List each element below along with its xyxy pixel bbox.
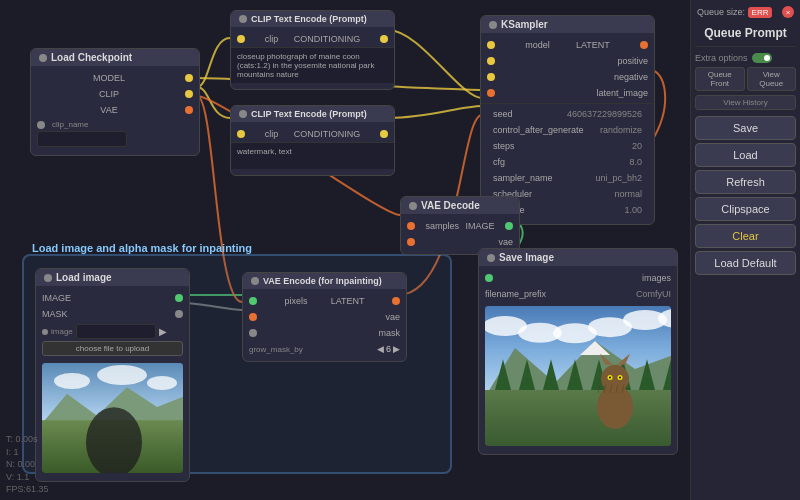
load-image-header: Load image (36, 269, 189, 286)
checkpoint-input[interactable]: sd_xl_refiner_1.0.safetensors (37, 131, 127, 147)
clip-text-2-body: clip CONDITIONING watermark, text (231, 122, 394, 175)
load-image-node: Load image IMAGE MASK image yosemite_inp… (35, 268, 190, 482)
vae-encode-inpaint-body: pixels LATENT vae mask grow_mask_by ◀ 6 … (243, 289, 406, 361)
clip-text-2-textarea[interactable]: watermark, text (231, 142, 394, 169)
refresh-button[interactable]: Refresh (695, 170, 796, 194)
load-image-body: IMAGE MASK image yosemite_inpaint_exampl… (36, 286, 189, 481)
node-dot-2 (239, 110, 247, 118)
vae-decode-header: VAE Decode (401, 197, 519, 214)
clip-text-1-body: clip CONDITIONING closeup photograph of … (231, 27, 394, 89)
load-image-input[interactable]: yosemite_inpaint_example.png (76, 324, 156, 339)
save-image-node: Save Image images filename_prefix ComfyU… (478, 248, 678, 455)
cond-2-out-port (380, 130, 388, 138)
ks-latent-row: latent_image (481, 85, 654, 101)
queue-size-label: Queue size: ERR (697, 7, 772, 17)
clip-text-1-textarea[interactable]: closeup photograph of maine coon (cats:1… (231, 47, 394, 83)
extra-options-toggle[interactable] (752, 53, 772, 63)
clip-1-in-port (237, 35, 245, 43)
load-default-button[interactable]: Load Default (695, 251, 796, 275)
clipname-port (37, 121, 45, 129)
save-image-header: Save Image (479, 249, 677, 266)
panel-header: Queue size: ERR × (695, 4, 796, 22)
node-row-clip: CLIP (31, 86, 199, 102)
ksampler-node: KSampler model LATENT positive negative … (480, 15, 655, 225)
view-queue-btn[interactable]: View Queue (747, 67, 797, 91)
load-checkpoint-body: MODEL CLIP VAE clip_name sd_xl_refiner_1… (31, 66, 199, 155)
ks-model-row: model LATENT (481, 37, 654, 53)
save-button[interactable]: Save (695, 116, 796, 140)
load-checkpoint-header: Load Checkpoint (31, 49, 199, 66)
clip-2-clip-row: clip CONDITIONING (231, 126, 394, 142)
clip-text-encode-1-node: CLIP Text Encode (Prompt) clip CONDITION… (230, 10, 395, 90)
clip-text-encode-2-node: CLIP Text Encode (Prompt) clip CONDITION… (230, 105, 395, 176)
right-panel: Queue size: ERR × Queue Prompt Extra opt… (690, 0, 800, 500)
clip-text-1-header: CLIP Text Encode (Prompt) (231, 11, 394, 27)
load-checkpoint-node: Load Checkpoint MODEL CLIP VAE cl (30, 48, 200, 156)
vae-decode-node: VAE Decode samples IMAGE vae (400, 196, 520, 255)
node-row-model: MODEL (31, 70, 199, 86)
vae-encode-inpaint-node: VAE Encode (for Inpainting) pixels LATEN… (242, 272, 407, 362)
preview-canvas (485, 306, 671, 446)
ks-negative-row: negative (481, 69, 654, 85)
clip-text-2-header: CLIP Text Encode (Prompt) (231, 106, 394, 122)
node-dot (39, 54, 47, 62)
cond-1-out-port (380, 35, 388, 43)
canvas-area: Load image and alpha mask for inpainting… (0, 0, 690, 500)
queue-prompt-title: Queue Prompt (695, 22, 796, 47)
status-bar: T: 0.00s I: 1 N: 0.00 V: 1.1 FPS:61.35 (6, 433, 49, 496)
extra-options: Extra options (695, 51, 796, 65)
clip-2-in-port (237, 130, 245, 138)
model-out-port (185, 74, 193, 82)
vae-encode-inpaint-header: VAE Encode (for Inpainting) (243, 273, 406, 289)
clipspace-button[interactable]: Clipspace (695, 197, 796, 221)
ks-positive-row: positive (481, 53, 654, 69)
sub-buttons: Queue Front View Queue (695, 67, 796, 91)
queue-front-btn[interactable]: Queue Front (695, 67, 745, 91)
clip-1-clip-row: clip CONDITIONING (231, 31, 394, 47)
node-dot-1 (239, 15, 247, 23)
mini-canvas (42, 363, 183, 473)
load-button[interactable]: Load (695, 143, 796, 167)
clear-button[interactable]: Clear (695, 224, 796, 248)
view-history-btn[interactable]: View History (695, 95, 796, 110)
clip-out-port (185, 90, 193, 98)
ksampler-header: KSampler (481, 16, 654, 33)
save-image-body: images filename_prefix ComfyUI (479, 266, 677, 454)
err-badge: ERR (748, 7, 773, 18)
vae-out-port (185, 106, 193, 114)
node-row-vae: VAE (31, 102, 199, 118)
ksampler-dot (489, 21, 497, 29)
group-label: Load image and alpha mask for inpainting (32, 242, 252, 254)
choose-file-btn[interactable]: choose file to upload (42, 341, 183, 356)
close-button[interactable]: × (782, 6, 794, 18)
